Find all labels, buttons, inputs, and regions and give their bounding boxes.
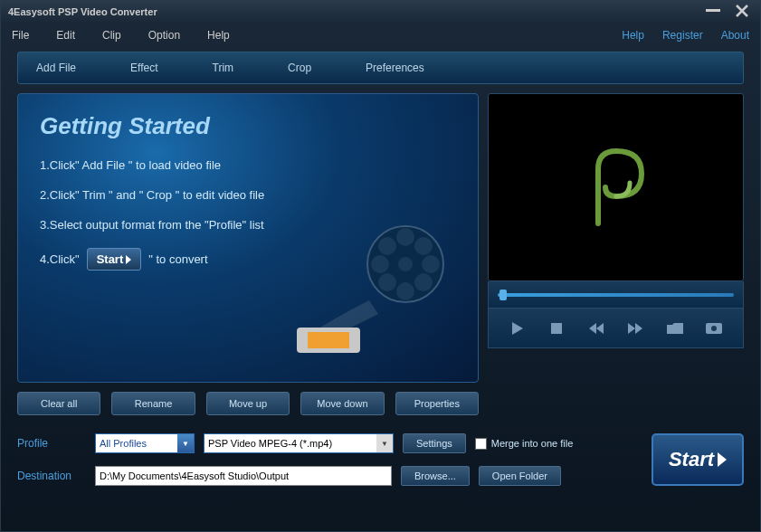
svg-rect-0 [706, 9, 720, 12]
move-up-button[interactable]: Move up [206, 392, 290, 415]
properties-button[interactable]: Properties [395, 392, 479, 415]
prev-button[interactable] [585, 318, 607, 339]
toolbar-crop[interactable]: Crop [288, 62, 311, 74]
play-icon [718, 452, 727, 467]
toolbar: Add File Effect Trim Crop Preferences [17, 52, 744, 84]
seek-thumb[interactable] [499, 290, 507, 300]
settings-button[interactable]: Settings [403, 433, 466, 453]
open-folder-button[interactable]: Open Folder [479, 466, 561, 486]
clear-all-button[interactable]: Clear all [17, 392, 100, 415]
menu-option[interactable]: Option [148, 29, 180, 42]
svg-point-8 [414, 237, 433, 255]
browse-button[interactable]: Browse... [401, 466, 470, 486]
chevron-down-icon: ▼ [177, 434, 194, 452]
rename-button[interactable]: Rename [111, 392, 195, 415]
open-button[interactable] [664, 318, 686, 339]
toolbar-effect[interactable]: Effect [130, 62, 157, 74]
profile-filter-combo[interactable]: All Profiles ▼ [95, 433, 195, 453]
menu-clip[interactable]: Clip [102, 29, 121, 42]
app-window: 4Easysoft PSP Video Converter File Edit … [0, 0, 761, 532]
destination-label: Destination [17, 470, 86, 482]
svg-point-5 [371, 255, 389, 273]
svg-point-6 [422, 255, 440, 273]
svg-point-10 [414, 273, 433, 291]
play-icon [126, 255, 131, 264]
seek-bar[interactable] [488, 281, 744, 309]
svg-point-3 [396, 228, 414, 246]
merge-checkbox[interactable]: Merge into one file [475, 438, 574, 450]
svg-point-2 [398, 257, 413, 271]
link-help[interactable]: Help [622, 29, 644, 42]
close-button[interactable] [733, 5, 751, 17]
video-preview [488, 93, 744, 281]
menu-edit[interactable]: Edit [56, 29, 75, 42]
link-register[interactable]: Register [662, 29, 703, 42]
move-down-button[interactable]: Move down [300, 392, 384, 415]
app-title: 4Easysoft PSP Video Converter [8, 6, 157, 17]
chevron-down-icon: ▼ [376, 434, 393, 452]
stop-button[interactable] [546, 318, 567, 339]
logo-icon [580, 142, 652, 233]
inline-start-illustration: Start [87, 248, 142, 271]
toolbar-trim[interactable]: Trim [213, 62, 234, 74]
profile-combo[interactable]: PSP Video MPEG-4 (*.mp4) ▼ [204, 433, 394, 453]
snapshot-button[interactable] [703, 318, 725, 339]
svg-point-4 [396, 282, 414, 300]
getting-started-panel: Getting Started 1.Click" Add File " to l… [17, 93, 479, 383]
checkbox-icon [475, 438, 487, 450]
getting-started-title: Getting Started [40, 112, 456, 140]
start-button[interactable]: Start [652, 433, 744, 486]
step-1: 1.Click" Add File " to load video file [40, 158, 456, 172]
menubar: File Edit Clip Option Help Help Register… [1, 23, 760, 48]
profile-label: Profile [17, 437, 86, 450]
play-button[interactable] [507, 318, 528, 339]
toolbar-add-file[interactable]: Add File [36, 62, 76, 74]
film-reel-illustration [297, 210, 460, 355]
titlebar: 4Easysoft PSP Video Converter [1, 1, 760, 23]
player-controls [488, 309, 744, 348]
next-button[interactable] [624, 318, 646, 339]
menu-help[interactable]: Help [207, 29, 230, 42]
toolbar-preferences[interactable]: Preferences [366, 62, 424, 74]
svg-rect-12 [308, 332, 349, 348]
svg-rect-13 [551, 323, 562, 334]
svg-point-7 [378, 237, 396, 255]
menu-file[interactable]: File [12, 29, 29, 42]
svg-point-9 [378, 273, 396, 291]
destination-input[interactable] [95, 466, 392, 486]
link-about[interactable]: About [721, 29, 749, 42]
minimize-button[interactable] [704, 5, 722, 17]
svg-point-15 [711, 326, 717, 331]
step-2: 2.Click" Trim " and " Crop " to edit vid… [40, 188, 456, 202]
